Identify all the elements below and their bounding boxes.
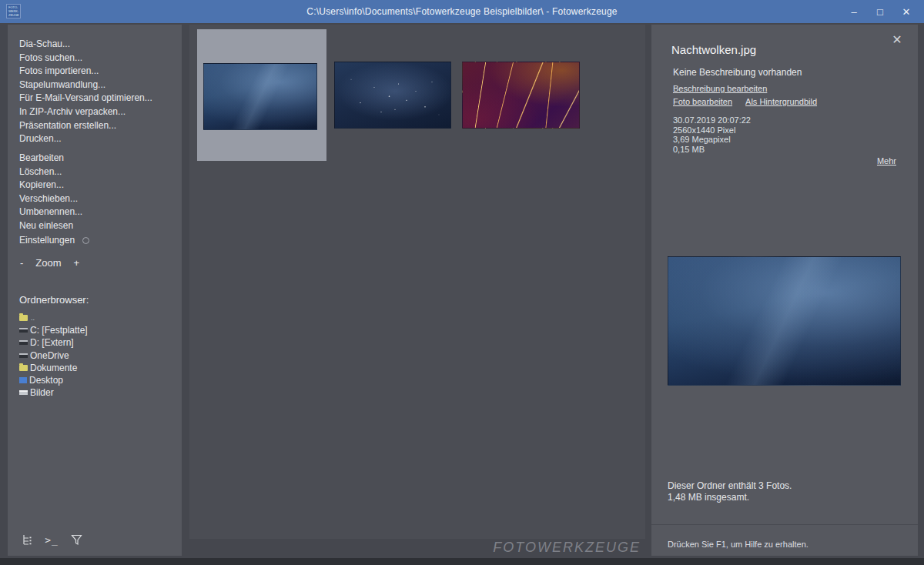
console-icon[interactable]: >_ — [45, 533, 59, 547]
zoom-out-button[interactable]: - — [18, 257, 25, 269]
folder-icon — [19, 365, 28, 371]
drive-icon — [19, 328, 28, 333]
photo-preview[interactable] — [668, 256, 901, 386]
menu-item-stapelumwandlung[interactable]: Stapelumwandlung... — [19, 79, 152, 92]
photo-action-links: Foto bearbeiten Als Hintergrundbild — [673, 97, 817, 106]
folder-item-bilder[interactable]: Bilder — [19, 386, 88, 399]
menu-item-dia-schau[interactable]: Dia-Schau... — [19, 38, 152, 52]
more-link[interactable]: Mehr — [877, 156, 896, 165]
edit-photo-link[interactable]: Foto bearbeiten — [673, 97, 732, 106]
desktop-icon — [19, 377, 27, 383]
app-watermark: FOTOWERKZEUGE — [462, 540, 641, 556]
help-hint: Drücken Sie F1, um Hilfe zu erhalten. — [668, 540, 808, 549]
tree-view-icon[interactable] — [20, 533, 34, 547]
menu-item-umbenennen[interactable]: Umbenennen... — [19, 206, 82, 219]
thumbnail-grid — [189, 25, 645, 539]
drive-icon — [19, 340, 28, 345]
thumbnail-nachtwolken[interactable] — [203, 63, 317, 130]
close-window-button[interactable]: ✕ — [893, 0, 919, 23]
details-panel: ✕ Nachtwolken.jpg Keine Beschreibung vor… — [651, 25, 918, 556]
maximize-button[interactable]: □ — [867, 0, 893, 23]
folder-item-label: OneDrive — [30, 350, 69, 361]
menu-item-fotos-suchen[interactable]: Fotos suchen... — [19, 52, 152, 65]
menu-item-verschieben[interactable]: Verschieben... — [19, 192, 82, 206]
zoom-label: Zoom — [35, 257, 61, 269]
metadata-filesize: 0,15 MB — [673, 145, 751, 155]
folder-browser-heading: Ordnerbrowser: — [19, 294, 89, 306]
zoom-in-button[interactable]: + — [72, 257, 82, 269]
zoom-control: - Zoom + — [18, 257, 81, 269]
menu-item-neu-einlesen[interactable]: Neu einlesen — [19, 219, 82, 233]
metadata-megapixels: 3,69 Megapixel — [673, 135, 751, 145]
app-logo-line: ZEUGE — [8, 13, 20, 17]
folder-item-label: C: [Festplatte] — [30, 325, 88, 336]
folder-browser-list: .. C: [Festplatte] D: [Extern] OneDrive … — [19, 312, 88, 399]
metadata-dimensions: 2560x1440 Pixel — [673, 125, 751, 135]
menu-item-einstellungen[interactable]: Einstellungen — [19, 235, 89, 246]
folder-item-c-drive[interactable]: C: [Festplatte] — [19, 324, 88, 336]
sidebar-toolbar: >_ — [20, 533, 83, 547]
app-logo-icon[interactable]: FOTO- WERK- ZEUGE — [6, 4, 21, 18]
menu-item-drucken[interactable]: Drucken... — [19, 132, 152, 146]
menu-item-bearbeiten[interactable]: Bearbeiten — [19, 152, 82, 165]
menu-item-email-optimieren[interactable]: Für E-Mail-Versand optimieren... — [19, 92, 152, 105]
settings-label: Einstellungen — [19, 235, 75, 246]
folder-item-dokumente[interactable]: Dokumente — [19, 362, 88, 374]
window-controls: – □ ✕ — [841, 0, 919, 23]
thumbnail-photo-3[interactable] — [462, 62, 580, 129]
close-panel-icon[interactable]: ✕ — [889, 31, 906, 48]
folder-item-up[interactable]: .. — [19, 312, 88, 324]
menu-item-fotos-importieren[interactable]: Fotos importieren... — [19, 65, 152, 79]
folder-item-label: Dokumente — [30, 363, 77, 373]
folder-size-text: 1,48 MB insgesamt. — [668, 492, 792, 503]
thumbnail-photo-2[interactable] — [334, 62, 451, 129]
folder-item-desktop[interactable]: Desktop — [19, 374, 88, 386]
filter-icon[interactable] — [69, 533, 83, 547]
menu-item-zip-verpacken[interactable]: In ZIP-Archiv verpacken... — [19, 105, 152, 119]
minimize-button[interactable]: – — [841, 0, 867, 23]
status-bar: Drücken Sie F1, um Hilfe zu erhalten. — [651, 524, 918, 556]
menu-group-primary: Dia-Schau... Fotos suchen... Fotos impor… — [19, 38, 152, 146]
menu-item-praesentation[interactable]: Präsentation erstellen... — [19, 119, 152, 133]
folder-item-label: Desktop — [29, 375, 63, 386]
photo-metadata: 30.07.2019 20:07:22 2560x1440 Pixel 3,69… — [673, 115, 751, 154]
set-wallpaper-link[interactable]: Als Hintergrundbild — [745, 97, 817, 106]
titlebar: FOTO- WERK- ZEUGE C:\Users\info\Document… — [0, 0, 924, 23]
window-title: C:\Users\info\Documents\Fotowerkzeuge Be… — [0, 6, 924, 17]
folder-item-label: D: [Extern] — [30, 337, 74, 348]
folder-item-d-drive[interactable]: D: [Extern] — [19, 336, 88, 349]
folder-summary: Dieser Ordner enthält 3 Fotos. 1,48 MB i… — [668, 480, 792, 503]
settings-spinner-icon — [82, 237, 89, 244]
pictures-icon — [19, 390, 28, 395]
drive-icon — [19, 353, 28, 358]
folder-item-label: Bilder — [30, 387, 54, 398]
photo-filename: Nachtwolken.jpg — [671, 43, 756, 56]
metadata-datetime: 30.07.2019 20:07:22 — [673, 115, 751, 125]
folder-count-text: Dieser Ordner enthält 3 Fotos. — [668, 480, 792, 492]
folder-up-icon — [19, 315, 28, 321]
edit-description-link[interactable]: Beschreibung bearbeiten — [673, 84, 767, 93]
window-bottom-edge — [0, 558, 924, 565]
menu-item-loeschen[interactable]: Löschen... — [19, 165, 82, 179]
sidebar: Dia-Schau... Fotos suchen... Fotos impor… — [8, 25, 182, 556]
menu-item-kopieren[interactable]: Kopieren... — [19, 179, 82, 192]
menu-group-secondary: Bearbeiten Löschen... Kopieren... Versch… — [19, 152, 82, 233]
description-status: Keine Beschreibung vorhanden — [673, 67, 802, 78]
folder-item-label: .. — [31, 314, 35, 322]
folder-item-onedrive[interactable]: OneDrive — [19, 349, 88, 362]
